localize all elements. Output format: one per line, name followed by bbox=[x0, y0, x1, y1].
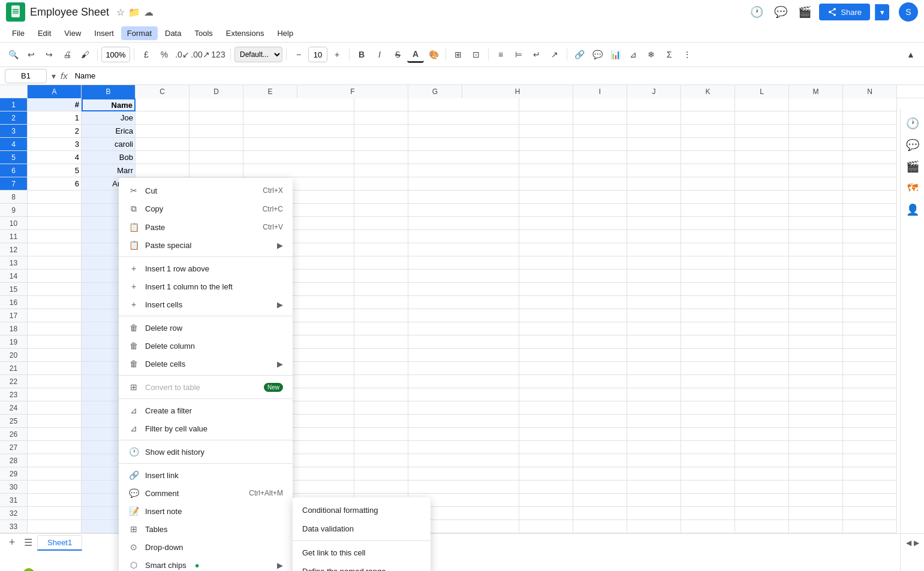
cell-h3[interactable] bbox=[519, 125, 573, 138]
cell-j7[interactable] bbox=[627, 177, 681, 191]
cell-a3[interactable]: 2 bbox=[28, 125, 82, 138]
cell-h31[interactable] bbox=[519, 494, 573, 507]
cell-f16[interactable] bbox=[354, 296, 408, 309]
cell-a32[interactable] bbox=[28, 507, 82, 520]
sheet-tab-1[interactable]: Sheet1 bbox=[37, 535, 82, 551]
cell-f27[interactable] bbox=[354, 441, 408, 454]
cell-m13[interactable] bbox=[789, 256, 843, 270]
cell-g6[interactable] bbox=[408, 164, 519, 177]
avatar[interactable]: S bbox=[899, 2, 918, 22]
cell-m11[interactable] bbox=[789, 230, 843, 243]
cell-h27[interactable] bbox=[519, 441, 573, 454]
cell-g29[interactable] bbox=[408, 467, 519, 481]
cell-n10[interactable] bbox=[843, 217, 897, 230]
number-format-button[interactable]: 123 bbox=[210, 46, 227, 63]
cell-j11[interactable] bbox=[627, 230, 681, 243]
cell-k28[interactable] bbox=[681, 454, 735, 467]
cell-l31[interactable] bbox=[735, 494, 789, 507]
cell-a27[interactable] bbox=[28, 441, 82, 454]
cell-k13[interactable] bbox=[681, 256, 735, 270]
cell-m30[interactable] bbox=[789, 481, 843, 494]
cell-g17[interactable] bbox=[408, 309, 519, 322]
cell-j26[interactable] bbox=[627, 428, 681, 441]
cell-k23[interactable] bbox=[681, 388, 735, 401]
cell-c6[interactable] bbox=[136, 164, 189, 177]
cell-l33[interactable] bbox=[735, 520, 789, 533]
ctx-copy[interactable]: ⧉ Copy Ctrl+C bbox=[119, 200, 293, 218]
cell-m33[interactable] bbox=[789, 520, 843, 533]
cell-m31[interactable] bbox=[789, 494, 843, 507]
cell-l17[interactable] bbox=[735, 309, 789, 322]
cell-f21[interactable] bbox=[354, 362, 408, 375]
cell-g20[interactable] bbox=[408, 349, 519, 362]
ctx-insert-col[interactable]: + Insert 1 column to the left bbox=[119, 277, 293, 295]
col-header-b[interactable]: B bbox=[82, 85, 136, 98]
cell-g3[interactable] bbox=[408, 125, 519, 138]
cell-a23[interactable] bbox=[28, 388, 82, 401]
cell-g4[interactable] bbox=[408, 138, 519, 151]
col-header-l[interactable]: L bbox=[735, 85, 789, 98]
folder-icon[interactable]: 📁 bbox=[128, 7, 140, 18]
cell-j25[interactable] bbox=[627, 415, 681, 428]
expand-icon[interactable]: ▾ bbox=[52, 71, 56, 81]
sheet-menu-button[interactable]: ☰ bbox=[24, 537, 32, 548]
cell-j18[interactable] bbox=[627, 322, 681, 336]
cell-a17[interactable] bbox=[28, 309, 82, 322]
cell-m21[interactable] bbox=[789, 362, 843, 375]
cell-i9[interactable] bbox=[573, 204, 627, 217]
cell-n28[interactable] bbox=[843, 454, 897, 467]
cell-j20[interactable] bbox=[627, 349, 681, 362]
collapse-toolbar[interactable]: ▲ bbox=[902, 46, 919, 63]
cell-n25[interactable] bbox=[843, 415, 897, 428]
ctx-cut[interactable]: ✂ Cut Ctrl+X bbox=[119, 182, 293, 200]
cell-i12[interactable] bbox=[573, 243, 627, 256]
col-header-k[interactable]: K bbox=[681, 85, 735, 98]
cell-j19[interactable] bbox=[627, 336, 681, 349]
cell-h30[interactable] bbox=[519, 481, 573, 494]
row-num-30[interactable]: 30 bbox=[0, 481, 28, 494]
ctx-insert-row[interactable]: + Insert 1 row above bbox=[119, 259, 293, 277]
cell-j32[interactable] bbox=[627, 507, 681, 520]
cell-g2[interactable] bbox=[408, 111, 519, 125]
cell-i16[interactable] bbox=[573, 296, 627, 309]
cell-m18[interactable] bbox=[789, 322, 843, 336]
highlight-button[interactable]: 🎨 bbox=[425, 46, 442, 63]
cell-l14[interactable] bbox=[735, 270, 789, 283]
cell-m8[interactable] bbox=[789, 191, 843, 204]
cell-f25[interactable] bbox=[354, 415, 408, 428]
cell-f23[interactable] bbox=[354, 388, 408, 401]
cell-n9[interactable] bbox=[843, 204, 897, 217]
row-num-6[interactable]: 6 bbox=[0, 164, 28, 177]
col-header-h[interactable]: H bbox=[462, 85, 573, 98]
cell-m26[interactable] bbox=[789, 428, 843, 441]
cell-g22[interactable] bbox=[408, 375, 519, 388]
cell-m19[interactable] bbox=[789, 336, 843, 349]
cell-c3[interactable] bbox=[136, 125, 189, 138]
cell-g18[interactable] bbox=[408, 322, 519, 336]
cell-h28[interactable] bbox=[519, 454, 573, 467]
ctx-delete-row[interactable]: 🗑 Delete row bbox=[119, 319, 293, 337]
cell-f28[interactable] bbox=[354, 454, 408, 467]
cell-a21[interactable] bbox=[28, 362, 82, 375]
cell-j27[interactable] bbox=[627, 441, 681, 454]
paint-format-button[interactable]: 🖌 bbox=[77, 46, 94, 63]
decrease-decimal-button[interactable]: .0↙ bbox=[174, 46, 191, 63]
cell-n11[interactable] bbox=[843, 230, 897, 243]
col-header-c[interactable]: C bbox=[136, 85, 189, 98]
cell-f7[interactable] bbox=[354, 177, 408, 191]
cell-i11[interactable] bbox=[573, 230, 627, 243]
cell-a4[interactable]: 3 bbox=[28, 138, 82, 151]
col-header-g[interactable]: G bbox=[408, 85, 462, 98]
increase-decimal-button[interactable]: .00↗ bbox=[192, 46, 209, 63]
link-button[interactable]: 🔗 bbox=[571, 46, 588, 63]
cell-i26[interactable] bbox=[573, 428, 627, 441]
redo-button[interactable]: ↪ bbox=[41, 46, 58, 63]
cell-g10[interactable] bbox=[408, 217, 519, 230]
font-size-input[interactable] bbox=[308, 47, 327, 62]
ctx-paste-special[interactable]: 📋 Paste special ▶ bbox=[119, 236, 293, 254]
cell-n6[interactable] bbox=[843, 164, 897, 177]
cell-a5[interactable]: 4 bbox=[28, 151, 82, 164]
percent-button[interactable]: % bbox=[156, 46, 173, 63]
row-num-19[interactable]: 19 bbox=[0, 336, 28, 349]
print-button[interactable]: 🖨 bbox=[59, 46, 76, 63]
